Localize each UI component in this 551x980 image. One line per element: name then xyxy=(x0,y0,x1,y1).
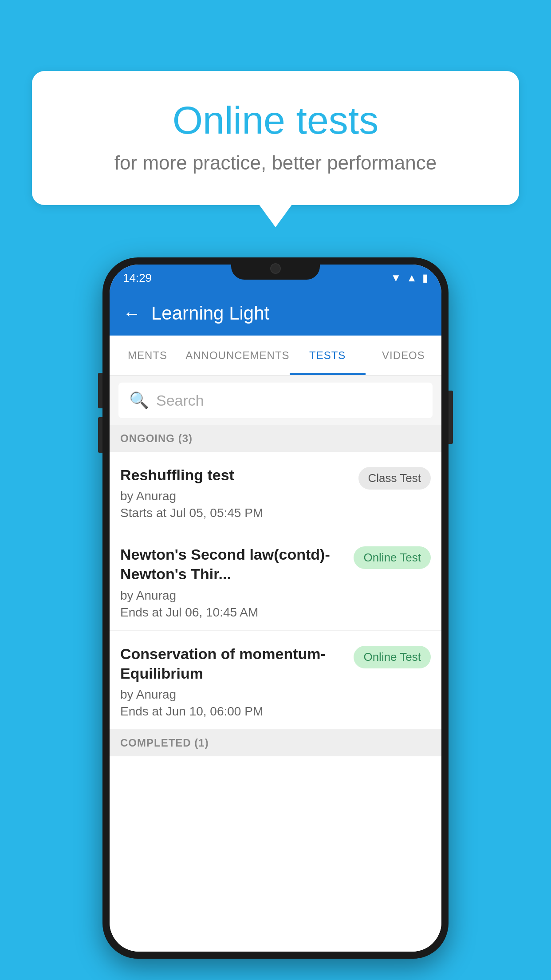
phone-screen: 14:29 ▼ ▲ ▮ ← Learning Light MENTS ANNOU… xyxy=(110,265,441,952)
test-item-conservation[interactable]: Conservation of momentum-Equilibrium by … xyxy=(110,631,441,730)
test-info-2: Newton's Second law(contd)-Newton's Thir… xyxy=(120,545,354,619)
speech-bubble: Online tests for more practice, better p… xyxy=(32,71,519,205)
test-info-3: Conservation of momentum-Equilibrium by … xyxy=(120,644,354,719)
phone-camera xyxy=(270,263,281,274)
ongoing-section-header: ONGOING (3) xyxy=(110,425,441,452)
tab-ments[interactable]: MENTS xyxy=(110,336,185,375)
search-bar[interactable]: 🔍 Search xyxy=(118,383,433,418)
badge-class-test-1: Class Test xyxy=(358,467,431,490)
phone-notch xyxy=(231,257,320,280)
test-item-newton[interactable]: Newton's Second law(contd)-Newton's Thir… xyxy=(110,531,441,630)
test-item-reshuffling[interactable]: Reshuffling test by Anurag Starts at Jul… xyxy=(110,452,441,531)
test-title-1: Reshuffling test xyxy=(120,465,351,485)
completed-section-header: COMPLETED (1) xyxy=(110,730,441,756)
app-bar: ← Learning Light xyxy=(110,291,441,336)
volume-up-button xyxy=(98,373,102,408)
test-time-3: Ends at Jun 10, 06:00 PM xyxy=(120,704,346,719)
test-info-1: Reshuffling test by Anurag Starts at Jul… xyxy=(120,465,358,520)
test-title-2: Newton's Second law(contd)-Newton's Thir… xyxy=(120,545,346,584)
test-time-1: Starts at Jul 05, 05:45 PM xyxy=(120,506,351,520)
status-time: 14:29 xyxy=(123,271,152,285)
app-title: Learning Light xyxy=(151,303,269,324)
test-author-1: by Anurag xyxy=(120,489,351,503)
battery-icon: ▮ xyxy=(422,272,428,284)
back-button[interactable]: ← xyxy=(123,304,141,324)
search-icon: 🔍 xyxy=(129,391,149,410)
test-list: Reshuffling test by Anurag Starts at Jul… xyxy=(110,452,441,952)
wifi-icon: ▼ xyxy=(390,272,401,284)
badge-online-test-3: Online Test xyxy=(354,646,431,668)
phone-mockup: 14:29 ▼ ▲ ▮ ← Learning Light MENTS ANNOU… xyxy=(102,257,449,959)
tabs-container: MENTS ANNOUNCEMENTS TESTS VIDEOS xyxy=(110,336,441,375)
badge-online-test-2: Online Test xyxy=(354,546,431,569)
test-title-3: Conservation of momentum-Equilibrium xyxy=(120,644,346,683)
bubble-title: Online tests xyxy=(59,98,492,143)
status-icons: ▼ ▲ ▮ xyxy=(390,272,428,284)
search-placeholder: Search xyxy=(156,392,204,409)
test-author-2: by Anurag xyxy=(120,589,346,603)
tab-tests[interactable]: TESTS xyxy=(290,336,366,375)
search-container: 🔍 Search xyxy=(110,375,441,425)
test-author-3: by Anurag xyxy=(120,688,346,702)
power-button xyxy=(449,391,453,444)
phone-frame: 14:29 ▼ ▲ ▮ ← Learning Light MENTS ANNOU… xyxy=(102,257,449,959)
tab-announcements[interactable]: ANNOUNCEMENTS xyxy=(185,336,289,375)
test-time-2: Ends at Jul 06, 10:45 AM xyxy=(120,605,346,620)
signal-icon: ▲ xyxy=(406,272,417,284)
tab-videos[interactable]: VIDEOS xyxy=(366,336,441,375)
bubble-subtitle: for more practice, better performance xyxy=(59,152,492,174)
volume-down-button xyxy=(98,417,102,453)
